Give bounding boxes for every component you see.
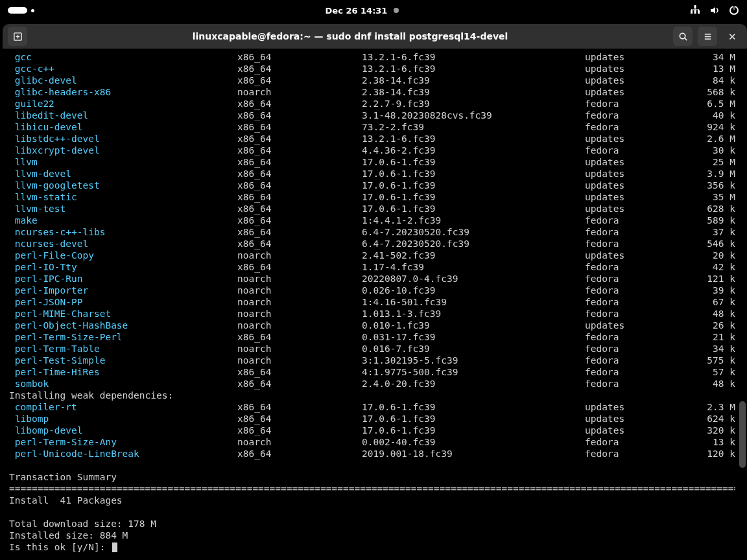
pkg-version: 2.41-502.fc39 (362, 250, 585, 261)
pkg-arch: x86_64 (237, 226, 362, 238)
pkg-repo: fedora (585, 98, 682, 110)
terminal-body[interactable]: gccx86_6413.2.1-6.fc39updates34 M gcc-c+… (3, 49, 747, 560)
activities[interactable] (8, 7, 34, 14)
package-row: ncurses-c++-libsx86_646.4-7.20230520.fc3… (9, 226, 735, 238)
pkg-version: 17.0.6-1.fc39 (362, 156, 585, 168)
pkg-arch: noarch (237, 86, 362, 98)
pkg-name: glibc-headers-x86 (9, 86, 237, 98)
pkg-repo: updates (585, 168, 682, 180)
pkg-repo: updates (585, 425, 682, 436)
pkg-repo: fedora (585, 448, 682, 460)
pkg-arch: x86_64 (237, 110, 362, 121)
pkg-name: perl-Time-HiRes (9, 366, 237, 378)
pkg-arch: x86_64 (237, 180, 362, 191)
pkg-version: 17.0.6-1.fc39 (362, 401, 585, 413)
clock[interactable]: Dec 26 14:31 (326, 6, 399, 16)
pkg-repo: updates (585, 75, 682, 86)
pkg-size: 6.5 M (682, 98, 735, 110)
pkg-size: 34 k (682, 343, 735, 355)
package-row: makex86_641:4.4.1-2.fc39fedora589 k (9, 215, 735, 226)
pkg-size: 121 k (682, 273, 735, 285)
pkg-size: 568 k (682, 86, 735, 98)
pkg-version: 4.4.36-2.fc39 (362, 145, 585, 156)
pkg-size: 42 k (682, 261, 735, 273)
pkg-size: 35 M (682, 191, 735, 203)
search-button[interactable] (673, 27, 693, 46)
pkg-name: libomp (9, 413, 237, 425)
pkg-arch: noarch (237, 273, 362, 285)
svg-point-13 (680, 33, 685, 38)
pkg-arch: noarch (237, 355, 362, 366)
weak-deps-header: Installing weak dependencies: (9, 390, 735, 401)
cursor (112, 542, 117, 552)
power-icon (729, 5, 739, 16)
pkg-version: 73.2-2.fc39 (362, 121, 585, 133)
scrollbar-thumb[interactable] (739, 401, 746, 468)
pkg-repo: fedora (585, 238, 682, 250)
pkg-arch: x86_64 (237, 156, 362, 168)
svg-rect-7 (698, 10, 699, 11)
package-row: llvm-develx86_6417.0.6-1.fc39updates3.9 … (9, 168, 735, 180)
pkg-repo: fedora (585, 273, 682, 285)
svg-line-14 (684, 38, 686, 40)
package-row: perl-Importernoarch0.026-10.fc39fedora39… (9, 285, 735, 296)
package-row: gccx86_6413.2.1-6.fc39updates34 M (9, 51, 735, 63)
pkg-version: 2019.001-18.fc39 (362, 448, 585, 460)
pkg-size: 67 k (682, 296, 735, 308)
pkg-name: gcc-c++ (9, 63, 237, 75)
pkg-arch: x86_64 (237, 331, 362, 343)
pkg-version: 1.17-4.fc39 (362, 261, 585, 273)
pkg-version: 6.4-7.20230520.fc39 (362, 238, 585, 250)
terminal-output: gccx86_6413.2.1-6.fc39updates34 M gcc-c+… (9, 51, 735, 557)
pkg-name: perl-IO-Tty (9, 261, 237, 273)
pkg-name: llvm-test (9, 203, 237, 215)
new-tab-button[interactable] (8, 27, 27, 46)
pkg-size: 37 k (682, 226, 735, 238)
pkg-version: 2.2.7-9.fc39 (362, 98, 585, 110)
scrollbar[interactable] (739, 49, 746, 560)
pkg-repo: fedora (585, 226, 682, 238)
pkg-arch: x86_64 (237, 98, 362, 110)
pkg-name: perl-File-Copy (9, 250, 237, 261)
menu-button[interactable] (698, 27, 717, 46)
pkg-arch: x86_64 (237, 238, 362, 250)
pkg-repo: updates (585, 133, 682, 145)
pkg-repo: updates (585, 250, 682, 261)
pkg-arch: x86_64 (237, 145, 362, 156)
pkg-version: 17.0.6-1.fc39 (362, 168, 585, 180)
pkg-version: 1:4.4.1-2.fc39 (362, 215, 585, 226)
pkg-size: 57 k (682, 366, 735, 378)
package-row: sombokx86_642.4.0-20.fc39fedora48 k (9, 378, 735, 390)
activities-pill (8, 7, 27, 14)
pkg-name: glibc-devel (9, 75, 237, 86)
blank-line (9, 460, 735, 471)
pkg-version: 1:4.16-501.fc39 (362, 296, 585, 308)
pkg-version: 6.4-7.20230520.fc39 (362, 226, 585, 238)
system-tray[interactable] (690, 5, 739, 16)
pkg-size: 39 k (682, 285, 735, 296)
package-row: libstdc++-develx86_6413.2.1-6.fc39update… (9, 133, 735, 145)
package-row: perl-Unicode-LineBreakx86_642019.001-18.… (9, 448, 735, 460)
close-button[interactable]: ✕ (722, 27, 742, 46)
package-row: gcc-c++x86_6413.2.1-6.fc39updates13 M (9, 63, 735, 75)
pkg-repo: fedora (585, 308, 682, 320)
pkg-name: perl-MIME-Charset (9, 308, 237, 320)
pkg-name: perl-JSON-PP (9, 296, 237, 308)
window-titlebar: linuxcapable@fedora:~ — sudo dnf install… (3, 24, 747, 49)
summary-total-dl: Total download size: 178 M (9, 518, 735, 530)
pkg-repo: fedora (585, 261, 682, 273)
pkg-repo: fedora (585, 296, 682, 308)
package-row: perl-Term-Size-Perlx86_640.031-17.fc39fe… (9, 331, 735, 343)
pkg-size: 3.9 M (682, 168, 735, 180)
package-row: llvm-staticx86_6417.0.6-1.fc39updates35 … (9, 191, 735, 203)
pkg-name: libxcrypt-devel (9, 145, 237, 156)
package-row: libomp-develx86_6417.0.6-1.fc39updates32… (9, 425, 735, 436)
pkg-name: make (9, 215, 237, 226)
pkg-version: 2.38-14.fc39 (362, 86, 585, 98)
pkg-repo: updates (585, 401, 682, 413)
pkg-name: llvm-static (9, 191, 237, 203)
pkg-version: 0.031-17.fc39 (362, 331, 585, 343)
pkg-arch: noarch (237, 308, 362, 320)
pkg-repo: updates (585, 156, 682, 168)
pkg-repo: fedora (585, 145, 682, 156)
